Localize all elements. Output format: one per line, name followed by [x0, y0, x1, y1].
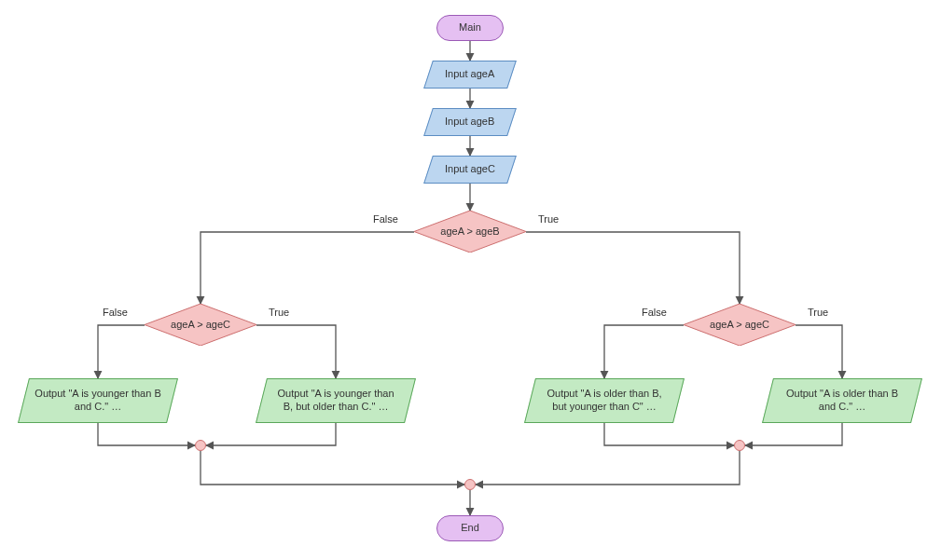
output-right-true-label: Output "A is older than B and C." …	[778, 388, 906, 414]
decision-root-label: ageA > ageB	[435, 225, 505, 239]
output-left-true-label: Output "A is younger than B, but older t…	[271, 388, 400, 414]
flowchart-canvas: Main Input ageA Input ageB Input ageC ag…	[0, 0, 941, 560]
decision-right: ageA > ageC	[684, 304, 796, 346]
decision-left-label: ageA > ageC	[165, 319, 236, 332]
merge-right	[734, 440, 745, 451]
terminator-end-label: End	[461, 522, 479, 535]
branch-label-false: False	[103, 307, 128, 318]
terminator-end: End	[436, 515, 504, 541]
branch-label-false: False	[642, 307, 667, 318]
input-ageB: Input ageB	[423, 108, 517, 136]
input-ageA-label: Input ageA	[445, 68, 494, 81]
branch-label-true: True	[269, 307, 289, 318]
output-right-false: Output "A is older than B, but younger t…	[524, 378, 685, 423]
decision-right-label: ageA > ageC	[704, 319, 775, 332]
output-left-false: Output "A is younger than B and C." …	[18, 378, 178, 423]
output-left-true: Output "A is younger than B, but older t…	[256, 378, 416, 423]
branch-label-false: False	[373, 213, 398, 225]
decision-root: ageA > ageB	[414, 211, 526, 253]
input-ageB-label: Input ageB	[445, 116, 494, 129]
branch-label-true: True	[808, 307, 828, 318]
terminator-start-label: Main	[459, 21, 481, 34]
merge-left	[195, 440, 206, 451]
decision-left: ageA > ageC	[145, 304, 256, 346]
output-left-false-label: Output "A is younger than B and C." …	[34, 388, 162, 414]
output-right-false-label: Output "A is older than B, but younger t…	[540, 388, 669, 414]
input-ageA: Input ageA	[423, 61, 517, 89]
output-right-true: Output "A is older than B and C." …	[762, 378, 922, 423]
input-ageC-label: Input ageC	[445, 163, 495, 176]
input-ageC: Input ageC	[423, 156, 517, 184]
merge-center	[464, 479, 476, 490]
branch-label-true: True	[538, 213, 559, 225]
terminator-start: Main	[436, 15, 504, 41]
